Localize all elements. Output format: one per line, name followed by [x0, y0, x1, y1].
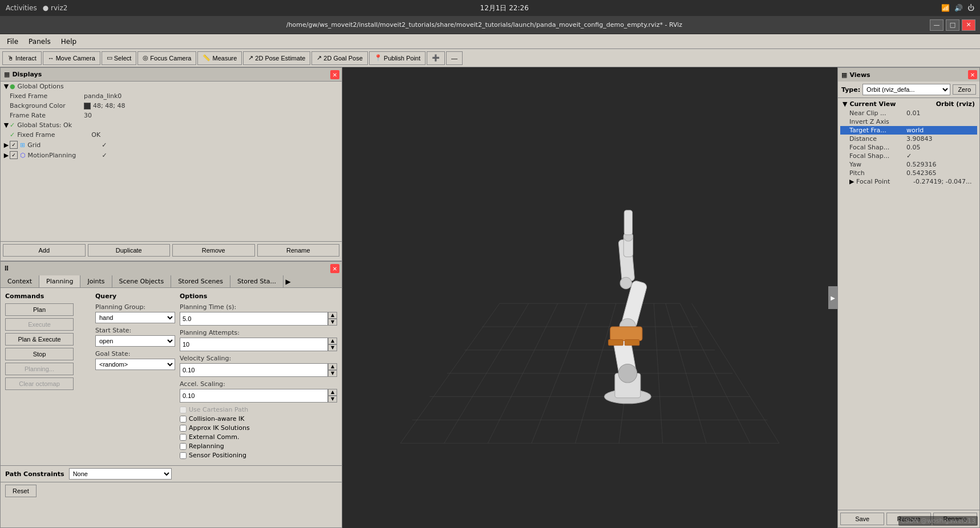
expand-global-status[interactable]: ▼	[3, 122, 10, 129]
planning-time-input[interactable]	[180, 312, 328, 326]
menu-file[interactable]: File	[2, 36, 23, 47]
planning-attempts-up[interactable]: ▲	[328, 338, 337, 344]
views-zero-button[interactable]: Zero	[953, 84, 976, 95]
use-cartesian-path-row: Use Cartesian Path	[180, 406, 337, 413]
reset-button[interactable]: Reset	[5, 485, 37, 497]
external-comm-checkbox[interactable]	[180, 434, 187, 441]
replanning-checkbox[interactable]	[180, 443, 187, 450]
rename-display-button[interactable]: Rename	[257, 244, 340, 257]
views-pitch-row[interactable]: Pitch 0.542365	[840, 169, 977, 177]
tab-context[interactable]: Context	[1, 275, 39, 287]
tab-stored-scenes[interactable]: Stored Scenes	[171, 275, 230, 287]
focal-point-value: -0.27419; -0.047...	[913, 178, 972, 185]
planning-time-down[interactable]: ▼	[328, 319, 337, 326]
move-camera-button[interactable]: ↔ Move Camera	[43, 51, 100, 65]
maximize-button[interactable]: □	[946, 19, 959, 31]
select-button[interactable]: ▭ Select	[102, 51, 137, 65]
activities-label[interactable]: Activities	[6, 4, 37, 12]
planning-button[interactable]: Planning...	[5, 363, 74, 375]
menu-panels[interactable]: Panels	[24, 36, 55, 47]
collision-aware-ik-checkbox[interactable]	[180, 416, 187, 423]
stop-button[interactable]: Stop	[5, 348, 74, 360]
tab-planning[interactable]: Planning	[39, 275, 80, 287]
start-state-select[interactable]: open close <current>	[95, 335, 175, 347]
approx-ik-checkbox[interactable]	[180, 425, 187, 432]
planning-attempts-down[interactable]: ▼	[328, 344, 337, 351]
views-content: ▼ Current View Orbit (rviz) Near Clip ..…	[838, 98, 979, 510]
goal-state-select[interactable]: <random> <current> open close	[95, 359, 175, 370]
goal-pose-button[interactable]: ↗ 2D Goal Pose	[311, 51, 367, 65]
svg-rect-0	[342, 94, 837, 502]
tab-joints[interactable]: Joints	[80, 275, 112, 287]
interact-button[interactable]: 🖱 Interact	[2, 51, 42, 65]
close-button[interactable]: ✕	[962, 19, 975, 31]
publish-point-icon: 📍	[374, 54, 382, 62]
tree-fixed-frame[interactable]: Fixed Frame panda_link0	[1, 91, 342, 101]
views-distance-row[interactable]: Distance 3.90843	[840, 135, 977, 143]
pose-estimate-button[interactable]: ↗ 2D Pose Estimate	[243, 51, 310, 65]
views-invert-z-row[interactable]: Invert Z Axis	[840, 117, 977, 126]
expand-motion-planning[interactable]: ▶	[3, 152, 10, 159]
tree-global-options[interactable]: ▼ ● Global Options	[1, 82, 342, 91]
planning-content: Commands Plan Execute Plan & Execute Sto…	[1, 288, 342, 465]
add-display-button[interactable]: Add	[3, 244, 86, 257]
plan-execute-button[interactable]: Plan & Execute	[5, 333, 74, 346]
views-focal-point-row[interactable]: ▶ Focal Point -0.27419; -0.047...	[840, 177, 977, 186]
views-focal-shape-1-row[interactable]: Focal Shap... 0.05	[840, 143, 977, 152]
minimize-button[interactable]: —	[930, 19, 943, 31]
accel-scaling-down[interactable]: ▼	[328, 396, 337, 403]
velocity-scaling-down[interactable]: ▼	[328, 370, 337, 377]
add-toolbar-button[interactable]: ➕	[427, 51, 445, 65]
rviz-indicator[interactable]: ● rviz2	[43, 4, 68, 12]
measure-button[interactable]: 📏 Measure	[197, 51, 242, 65]
accel-scaling-up[interactable]: ▲	[328, 389, 337, 396]
expand-grid[interactable]: ▶	[3, 141, 10, 148]
tabs-more-button[interactable]: ▶	[284, 275, 293, 287]
velocity-scaling-input[interactable]	[180, 363, 328, 377]
planning-attempts-input[interactable]	[180, 338, 328, 351]
grid-checkbox[interactable]	[10, 141, 18, 149]
views-focal-shape-2-row[interactable]: Focal Shap... ✓	[840, 152, 977, 160]
views-close-button[interactable]: ✕	[968, 70, 977, 79]
path-constraints-select[interactable]: None	[69, 468, 172, 480]
tree-grid[interactable]: ▶ ⊞ Grid ✓	[1, 140, 342, 150]
separator-toolbar-button[interactable]: —	[446, 51, 463, 65]
tree-bg-color[interactable]: Background Color 48; 48; 48	[1, 101, 342, 111]
sensor-positioning-checkbox[interactable]	[180, 452, 187, 459]
menu-help[interactable]: Help	[56, 36, 81, 47]
views-target-frame-row[interactable]: Target Fra... world	[840, 126, 977, 135]
views-type-select[interactable]: Orbit (rviz_defa...	[862, 84, 950, 95]
tab-scene-objects[interactable]: Scene Objects	[112, 275, 172, 287]
planning-time-up[interactable]: ▲	[328, 312, 337, 319]
remove-display-button[interactable]: Remove	[172, 244, 255, 257]
views-yaw-row[interactable]: Yaw 0.529316	[840, 160, 977, 169]
volume-icon: 🔊	[954, 4, 963, 12]
views-save-button[interactable]: Save	[840, 513, 884, 525]
motion-planning-checkbox[interactable]	[10, 151, 18, 159]
clear-octomap-button[interactable]: Clear octomap	[5, 377, 74, 390]
tab-stored-states[interactable]: Stored Sta...	[230, 275, 284, 287]
planning-group-select[interactable]: hand panda_arm panda_arm_hand	[95, 312, 175, 323]
tree-motion-planning[interactable]: ▶ ⬡ MotionPlanning ✓	[1, 150, 342, 160]
expand-viewport-button[interactable]: ▶	[828, 286, 837, 309]
focus-camera-button[interactable]: ◎ Focus Camera	[137, 51, 196, 65]
tree-frame-rate[interactable]: Frame Rate 30	[1, 111, 342, 120]
bg-color-swatch	[84, 103, 91, 109]
duplicate-display-button[interactable]: Duplicate	[88, 244, 171, 257]
motion-close-button[interactable]: ✕	[330, 264, 339, 273]
plan-button[interactable]: Plan	[5, 303, 74, 316]
expand-focal-point-icon[interactable]: ▶	[849, 178, 856, 185]
viewport[interactable]: ◀	[342, 67, 837, 528]
expand-current-view-icon[interactable]: ▼	[843, 100, 847, 108]
use-cartesian-path-checkbox[interactable]	[180, 407, 187, 413]
displays-close-button[interactable]: ✕	[330, 70, 339, 79]
tree-global-status[interactable]: ▼ ✓ Global Status: Ok	[1, 120, 342, 130]
tree-global-status-fixed[interactable]: ✓ Fixed Frame OK	[1, 130, 342, 140]
execute-button[interactable]: Execute	[5, 318, 74, 331]
publish-point-button[interactable]: 📍 Publish Point	[369, 51, 426, 65]
velocity-scaling-up[interactable]: ▲	[328, 363, 337, 370]
accel-scaling-input[interactable]	[180, 389, 328, 403]
topbar-datetime: 12月1日 22:26	[480, 3, 529, 13]
expand-global-options[interactable]: ▼	[3, 83, 10, 90]
views-near-clip-row[interactable]: Near Clip ... 0.01	[840, 109, 977, 117]
